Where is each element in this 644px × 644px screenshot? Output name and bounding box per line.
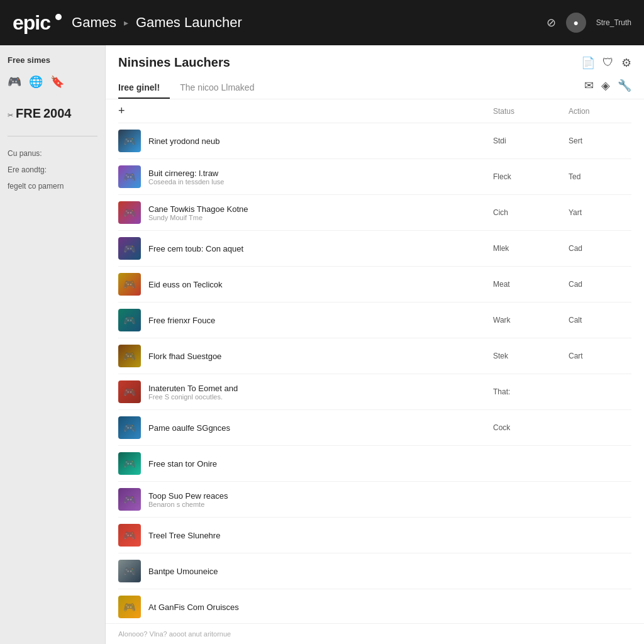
sidebar-icon-2[interactable]: 🌐 bbox=[29, 75, 43, 89]
header-shield-icon[interactable]: 🛡 bbox=[602, 56, 614, 69]
game-row[interactable]: 🎮 Toop Suo Pew reaces Benaron s chemte bbox=[118, 482, 631, 518]
header-settings-icon[interactable]: ⚙ bbox=[621, 56, 631, 70]
epic-brand-text: epic bbox=[13, 11, 50, 35]
game-row[interactable]: 🎮 Free stan tor Onire bbox=[118, 446, 631, 482]
sidebar-free-section: ✂ FRE 2004 bbox=[8, 101, 97, 123]
game-status: Meat bbox=[493, 280, 569, 289]
sidebar: Free simes 🎮 🌐 🔖 ✂ FRE 2004 Cu panus: Er… bbox=[0, 45, 106, 644]
game-subtitle: Free S conignl oocutles. bbox=[148, 393, 493, 401]
game-row[interactable]: 🎮 Free frienxr Fouce Wark Calt bbox=[118, 303, 631, 338]
tab-secondary[interactable]: The nicoo Llmaked bbox=[180, 77, 264, 99]
col-header-action: Action bbox=[569, 107, 631, 116]
game-info: Cane Towkis Thagoe Kotne Sundy Mouif Tme bbox=[148, 204, 493, 221]
sidebar-free-label: FRE bbox=[16, 106, 41, 121]
game-name: Free stan tor Onire bbox=[148, 459, 493, 469]
game-row[interactable]: 🎮 Bantpe Umouneice bbox=[118, 553, 631, 589]
main-layout: Free simes 🎮 🌐 🔖 ✂ FRE 2004 Cu panus: Er… bbox=[0, 45, 644, 644]
add-game-button[interactable]: + bbox=[118, 104, 125, 118]
content-header-top: Ninsines Lauchers 📄 🛡 ⚙ bbox=[118, 55, 631, 70]
game-info: Treel Tree Slunehre bbox=[148, 531, 493, 540]
game-thumb: 🎮 bbox=[118, 273, 141, 296]
topbar-games-label: Games bbox=[72, 14, 116, 31]
topbar-close-icon[interactable]: ⊘ bbox=[547, 16, 556, 30]
game-action: Calt bbox=[569, 316, 631, 325]
game-row[interactable]: 🎮 Free cem toub: Con aquet Mlek Cad bbox=[118, 231, 631, 267]
epic-dot bbox=[55, 14, 62, 20]
game-name: Free cem toub: Con aquet bbox=[148, 244, 493, 253]
sidebar-year: 2004 bbox=[43, 106, 72, 121]
game-info: Inateruten To Eomet and Free S conignl o… bbox=[148, 384, 493, 401]
header-doc-icon[interactable]: 📄 bbox=[581, 56, 595, 70]
sidebar-icons: 🎮 🌐 🔖 bbox=[8, 75, 97, 89]
game-action: Yart bbox=[569, 208, 631, 217]
game-info: Free frienxr Fouce bbox=[148, 316, 493, 325]
tab-filter-icon[interactable]: ◈ bbox=[601, 79, 610, 92]
top-bar: epic Games ▸ Games Launcher ⊘ ● Stre_Tru… bbox=[0, 0, 644, 45]
game-info: Eid euss on Teclicok bbox=[148, 280, 493, 289]
game-name: Bantpe Umouneice bbox=[148, 567, 493, 576]
footer-text: Alonooo? Vlna? aooot anut aritornue bbox=[106, 623, 644, 644]
game-info: Flork fhad Suestgoe bbox=[148, 352, 493, 361]
game-row[interactable]: 🎮 Pame oaulfe SGgnces Cock bbox=[118, 410, 631, 446]
game-action: Ted bbox=[569, 172, 631, 181]
game-row[interactable]: 🎮 Inateruten To Eomet and Free S conignl… bbox=[118, 374, 631, 410]
game-status: Stdi bbox=[493, 136, 569, 145]
game-info: At GanFis Com Oruisces bbox=[148, 602, 493, 612]
game-status: Cock bbox=[493, 423, 569, 432]
content-title: Ninsines Lauchers bbox=[118, 55, 230, 70]
sidebar-icon-1[interactable]: 🎮 bbox=[8, 75, 21, 89]
game-row[interactable]: 🎮 At GanFis Com Oruisces bbox=[118, 589, 631, 623]
game-thumb: 🎮 bbox=[118, 596, 141, 618]
game-row[interactable]: 🎮 Treel Tree Slunehre bbox=[118, 518, 631, 553]
games-container: 🎮 Rinet yrodond neub Stdi Sert 🎮 Buit ci… bbox=[118, 123, 631, 623]
game-info: Pame oaulfe SGgnces bbox=[148, 423, 493, 433]
game-name: Flork fhad Suestgoe bbox=[148, 352, 493, 361]
game-name: Toop Suo Pew reaces bbox=[148, 491, 493, 501]
game-row[interactable]: 🎮 Cane Towkis Thagoe Kotne Sundy Mouif T… bbox=[118, 195, 631, 231]
game-row[interactable]: 🎮 Buit cirnereg: l.traw Coseeda in tessd… bbox=[118, 159, 631, 195]
sidebar-title: Free simes bbox=[8, 55, 97, 65]
game-name: Pame oaulfe SGgnces bbox=[148, 423, 493, 433]
games-list: + Status Action 🎮 Rinet yrodond neub Std… bbox=[106, 99, 644, 623]
game-thumb: 🎮 bbox=[118, 309, 141, 331]
game-name: Rinet yrodond neub bbox=[148, 136, 493, 146]
game-thumb: 🎮 bbox=[118, 345, 141, 367]
tab-free-games[interactable]: Iree ginel! bbox=[118, 77, 170, 99]
epic-logo[interactable]: epic Games ▸ Games Launcher bbox=[13, 11, 242, 35]
content-tabs: Iree ginel! The nicoo Llmaked bbox=[118, 77, 264, 99]
game-row[interactable]: 🎮 Flork fhad Suestgoe Stek Cart bbox=[118, 338, 631, 374]
tab-actions: ✉ ◈ 🔧 bbox=[584, 79, 631, 97]
content-header-icons: 📄 🛡 ⚙ bbox=[581, 56, 631, 70]
game-thumb: 🎮 bbox=[118, 416, 141, 439]
game-thumb: 🎮 bbox=[118, 524, 141, 547]
game-name: Eid euss on Teclicok bbox=[148, 280, 493, 289]
game-thumb: 🎮 bbox=[118, 452, 141, 475]
game-action: Cart bbox=[569, 352, 631, 360]
game-row[interactable]: 🎮 Rinet yrodond neub Stdi Sert bbox=[118, 123, 631, 159]
tab-tool-icon[interactable]: 🔧 bbox=[618, 79, 631, 92]
game-status: That: bbox=[493, 387, 569, 396]
game-thumb: 🎮 bbox=[118, 165, 141, 188]
game-thumb: 🎮 bbox=[118, 130, 141, 152]
game-name: Inateruten To Eomet and bbox=[148, 384, 493, 393]
content-area: Ninsines Lauchers 📄 🛡 ⚙ Iree ginel! The … bbox=[106, 45, 644, 644]
game-status: Wark bbox=[493, 316, 569, 325]
game-status: Mlek bbox=[493, 244, 569, 253]
game-status: Cich bbox=[493, 208, 569, 217]
game-subtitle: Sundy Mouif Tme bbox=[148, 214, 493, 221]
sidebar-icon-3[interactable]: 🔖 bbox=[50, 75, 64, 89]
topbar-launcher-label: Games Launcher bbox=[136, 14, 242, 31]
game-action: Sert bbox=[569, 136, 631, 145]
game-status: Stek bbox=[493, 352, 569, 360]
games-list-header: + Status Action bbox=[118, 99, 631, 123]
game-name: At GanFis Com Oruisces bbox=[148, 602, 493, 612]
sidebar-section-2: Ere aondtg: bbox=[8, 165, 97, 174]
sidebar-section-1: Cu panus: bbox=[8, 149, 97, 158]
topbar-avatar[interactable]: ● bbox=[566, 13, 586, 33]
game-subtitle: Coseeda in tessden luse bbox=[148, 178, 493, 186]
game-row[interactable]: 🎮 Eid euss on Teclicok Meat Cad bbox=[118, 267, 631, 303]
game-thumb: 🎮 bbox=[118, 488, 141, 511]
game-name: Buit cirnereg: l.traw bbox=[148, 169, 493, 178]
topbar-arrow: ▸ bbox=[124, 18, 128, 28]
tab-mail-icon[interactable]: ✉ bbox=[584, 79, 594, 92]
